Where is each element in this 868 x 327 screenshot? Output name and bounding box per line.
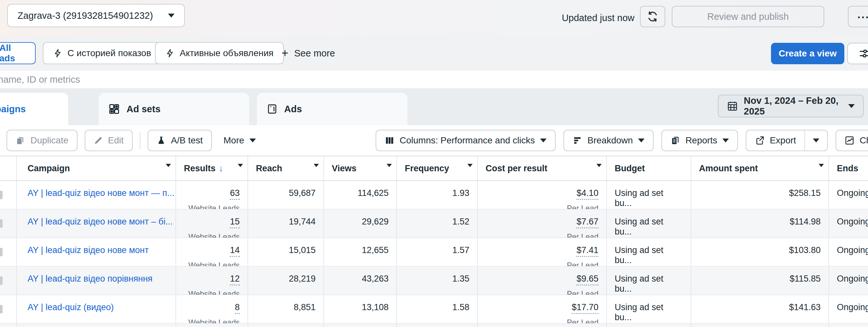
edit-button[interactable]: Edit: [85, 130, 133, 151]
refresh-icon: [647, 11, 658, 22]
cost-type: Per Lead: [486, 261, 598, 266]
budget-value: Using ad set bu...: [607, 210, 691, 237]
create-a-view-button[interactable]: Create a view: [771, 43, 844, 64]
chevron-down-icon: [638, 139, 645, 142]
results-value[interactable]: 15: [230, 217, 240, 228]
results-value[interactable]: 12: [230, 274, 240, 286]
budget-value: Using ad set bu...: [607, 267, 691, 295]
amount-spent-value: $115.85: [691, 267, 829, 295]
ad-account-selector[interactable]: Zagrava-3 (2919328154901232): [7, 4, 185, 27]
export-button[interactable]: Export: [746, 130, 804, 151]
reach-value: 59,687: [248, 181, 324, 209]
results-value[interactable]: 14: [230, 245, 240, 257]
results-type: Website Leads: [184, 261, 240, 266]
tab-ad-sets[interactable]: Ad sets: [99, 93, 249, 125]
cost-type: Per Lead: [486, 204, 598, 209]
breakdown-button[interactable]: Breakdown: [563, 130, 654, 151]
column-header-budget[interactable]: Budget: [607, 156, 691, 180]
column-header-frequency[interactable]: Frequency: [397, 156, 478, 180]
campaign-link[interactable]: AY | lead-quiz відео нове монт: [28, 245, 149, 255]
row-checkbox[interactable]: [0, 210, 17, 237]
duplicate-button[interactable]: Duplicate: [6, 130, 78, 151]
frequency-value: 1.58: [397, 295, 478, 323]
cost-per-result-value[interactable]: $17.70: [571, 302, 598, 314]
results-value[interactable]: 63: [230, 188, 240, 200]
results-type: Website Leads: [184, 204, 240, 209]
ends-value: Ongoing: [829, 238, 868, 266]
amount-spent-value: $258.15: [691, 181, 829, 209]
ab-test-button[interactable]: A/B test: [148, 130, 212, 151]
reach-value: 28,219: [248, 267, 324, 295]
budget-value: Using ad set bu...: [607, 295, 691, 323]
sliders-icon: [859, 47, 868, 60]
ellipsis-icon: ...: [857, 8, 868, 21]
charts-icon: [845, 136, 855, 145]
select-all-column[interactable]: [0, 156, 17, 180]
tabs-bar: Campaigns Ad sets Ads Nov 1, 2024 – Feb …: [0, 88, 868, 125]
results-value[interactable]: 8: [235, 302, 240, 314]
results-type: Website Leads: [184, 289, 240, 295]
column-header-cost-per-result[interactable]: Cost per result: [478, 156, 607, 180]
more-options-button[interactable]: ...: [848, 6, 868, 27]
campaign-link[interactable]: AY | lead-quiz відео порівняння: [28, 274, 152, 284]
export-options-button[interactable]: [805, 130, 827, 151]
search-input[interactable]: name, ID or metrics: [0, 71, 868, 88]
row-checkbox[interactable]: [0, 267, 17, 295]
campaign-link[interactable]: AY | lead-quiz (видео): [28, 302, 114, 312]
column-header-amount-spent[interactable]: Amount spent: [691, 156, 829, 180]
campaign-link[interactable]: AY | lead-quiz відео нове монт – бі...: [28, 217, 173, 227]
charts-button[interactable]: Charts: [836, 130, 868, 151]
chevron-down-icon: [467, 167, 473, 177]
cost-per-result-value[interactable]: $7.67: [577, 217, 598, 228]
column-header-ends[interactable]: Ends: [829, 156, 868, 180]
row-checkbox[interactable]: [0, 238, 17, 266]
review-and-publish-button[interactable]: Review and publish: [672, 6, 824, 27]
ends-value: Ongoing: [829, 267, 868, 295]
plus-icon: +: [282, 47, 288, 60]
frequency-value: 1.35: [397, 267, 478, 295]
ads-icon: [267, 103, 278, 115]
cost-per-result-value[interactable]: $9.65: [577, 274, 598, 286]
column-header-reach[interactable]: Reach: [248, 156, 324, 180]
table-header-row: Campaign Results ↓ Reach Views Fre: [0, 156, 868, 181]
campaigns-panel: Duplicate Edit A/B test More: [0, 125, 868, 327]
frequency-value: 1.93: [397, 181, 478, 209]
tab-ads[interactable]: Ads: [257, 93, 407, 125]
filter-active-chip[interactable]: Активные объявления: [155, 42, 284, 64]
views-value: 13,108: [324, 295, 397, 323]
column-header-views[interactable]: Views: [324, 156, 397, 180]
filter-history-chip[interactable]: С историей показов: [43, 42, 161, 64]
search-placeholder: name, ID or metrics: [0, 74, 80, 85]
breakdown-icon: [572, 136, 582, 145]
ends-value: Ongoing: [829, 210, 868, 237]
table-row: AY | lead-quiz (видео) 8Website Leads 8,…: [0, 295, 868, 324]
row-checkbox[interactable]: [0, 181, 17, 209]
chevron-down-icon: [596, 167, 602, 177]
table-row: AY | lead-quiz відео порівняння 12Websit…: [0, 267, 868, 295]
see-more-button[interactable]: + See more: [282, 42, 335, 64]
ad-sets-icon: [108, 103, 120, 115]
refresh-button[interactable]: [640, 6, 665, 27]
reports-button[interactable]: Reports: [661, 130, 738, 151]
lightning-icon: [165, 49, 175, 58]
columns-button[interactable]: Columns: Performance and clicks: [376, 130, 556, 151]
date-range-selector[interactable]: Nov 1, 2024 – Feb 20, 2025: [718, 95, 864, 117]
filters-settings-button[interactable]: [847, 43, 868, 64]
tab-campaigns[interactable]: Campaigns: [0, 93, 68, 125]
more-button[interactable]: More: [219, 130, 260, 151]
ads-manager-screen: Zagrava-3 (2919328154901232) Updated jus…: [0, 0, 868, 327]
chevron-down-icon: [813, 139, 819, 142]
filter-all-ads[interactable]: All ads: [0, 42, 36, 64]
cost-per-result-value[interactable]: $7.41: [577, 245, 598, 257]
calendar-icon: [727, 100, 738, 112]
campaign-link[interactable]: AY | lead-quiz відео нове монт — п...: [28, 188, 175, 198]
columns-icon: [385, 136, 395, 145]
chevron-down-icon: [168, 13, 175, 18]
chevron-down-icon: [386, 167, 392, 177]
column-header-results[interactable]: Results ↓: [176, 156, 248, 180]
column-header-campaign[interactable]: Campaign: [17, 156, 176, 180]
row-checkbox[interactable]: [0, 295, 17, 323]
cost-per-result-value[interactable]: $4.10: [577, 188, 598, 200]
budget-value: Using ad set bu...: [607, 181, 691, 209]
top-bar: Zagrava-3 (2919328154901232) Updated jus…: [0, 0, 868, 36]
